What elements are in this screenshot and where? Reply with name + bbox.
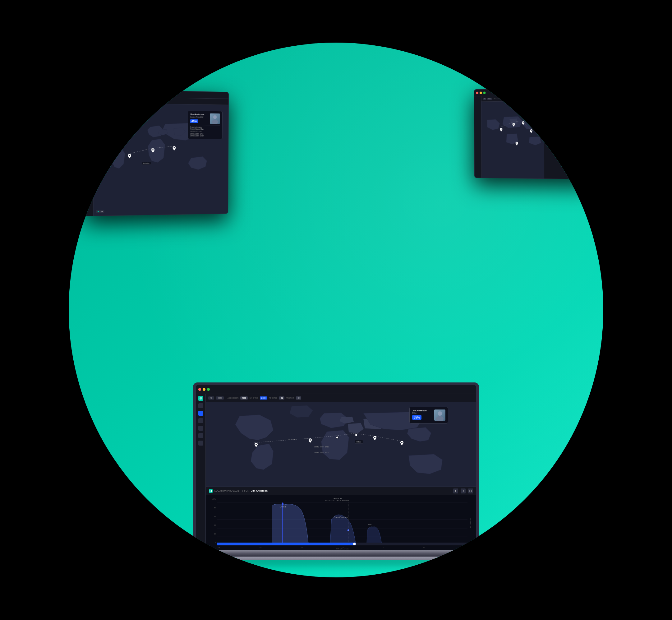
toolbar-filter[interactable]: All xyxy=(208,397,214,400)
checkbox-row-1: Current People Ranking Absolute xyxy=(546,117,591,119)
left-screen-body: All 2023 ACCESSION 4380 UK SITES 2500 AP… xyxy=(85,97,228,216)
svg-point-9 xyxy=(522,122,523,123)
chart-canvas: TIME NOW UTC +1750 - Tue, 28 Mar 2022 xyxy=(217,497,467,549)
map-pin-2 xyxy=(151,148,155,151)
time-label-1: 28 Mar 2022 - 1710 xyxy=(314,446,329,448)
chart-expand[interactable] xyxy=(468,488,473,494)
toolbar-ap-value: 31 xyxy=(279,397,284,400)
svg-rect-42 xyxy=(217,542,354,546)
prob-threshold-label: Probability Threshold Adjustment xyxy=(546,102,591,104)
checkbox-3[interactable] xyxy=(546,122,548,124)
ap-value: 31 xyxy=(151,100,155,102)
threshold-slider-container: 60 xyxy=(546,110,591,112)
sidebar-nav-icon-2[interactable] xyxy=(87,112,92,117)
svg-point-1 xyxy=(212,119,218,124)
laptop-nav-5[interactable] xyxy=(198,433,203,438)
toolbar-uk-label: UK SITES xyxy=(249,397,258,399)
laptop-pin-6 xyxy=(400,441,403,447)
laptop-header xyxy=(196,385,476,394)
right-map-svg xyxy=(482,96,544,178)
checkbox-2[interactable] xyxy=(546,119,548,121)
threshold-slider[interactable] xyxy=(546,111,588,112)
left-screen-main: All 2023 ACCESSION 4380 UK SITES 2500 AP… xyxy=(93,97,228,216)
toolbar-uk-value: 2500 xyxy=(260,397,267,400)
maximize-dot xyxy=(95,92,97,95)
right-pin-3 xyxy=(522,121,524,126)
laptop-base-hinge xyxy=(193,550,479,557)
settings-title: People Probability Settings xyxy=(546,98,591,101)
sidebar-nav-icon-3[interactable] xyxy=(87,120,92,124)
svg-point-8 xyxy=(513,124,514,125)
ranking-source-label: Ranking Data Source xyxy=(546,114,591,116)
svg-point-2 xyxy=(129,155,130,156)
checkbox-1[interactable] xyxy=(546,117,548,119)
laptop-toolbar: All 2023 ACCESSION 4390 UK SITES 2500 AP… xyxy=(206,394,476,402)
laptop-pin-1 xyxy=(255,443,258,448)
svg-point-10 xyxy=(531,130,532,131)
laptop-pin-5 xyxy=(373,436,376,442)
time-adjustment-label: Time Adjustment xyxy=(546,131,591,133)
laptop-nav-2[interactable] xyxy=(198,411,203,416)
svg-point-18 xyxy=(310,440,311,441)
left-profile-photo xyxy=(210,113,220,124)
ap-label: AP SITES xyxy=(143,100,150,101)
checkbox-row-4: Survey Analysis xyxy=(546,124,591,126)
laptop-nav-1[interactable] xyxy=(198,403,203,408)
toolbar-vec-value: 43 xyxy=(296,397,301,400)
svg-point-11 xyxy=(516,143,517,144)
office-label: Office xyxy=(355,440,363,444)
chart-y-label: PROBABILITY xyxy=(467,497,474,549)
vec-label: VECTOR xyxy=(156,100,163,102)
toolbar-date[interactable]: 2023 xyxy=(216,397,224,400)
laptop-sidebar xyxy=(196,394,206,550)
laptop-screen: All 2023 ACCESSION 4390 UK SITES 2500 AP… xyxy=(193,382,479,550)
sidebar-nav-icon-1[interactable] xyxy=(87,106,92,110)
uk-label: UK SITES xyxy=(127,100,134,101)
acc-label: ACCESSION xyxy=(109,99,118,101)
sidebar-nav-icon-5[interactable] xyxy=(87,134,92,138)
prob-threshold-desc: Sets a minimum highest or lowest probabi… xyxy=(546,105,591,109)
page-wrapper: All 2023 ACCESSION 4380 UK SITES 2500 AP… xyxy=(0,0,672,620)
chart-person-name: Jim Anderson xyxy=(251,489,268,492)
svg-point-19 xyxy=(374,437,376,438)
right-settings-panel: People Probability Settings Probability … xyxy=(544,95,593,179)
toolbar-acc-value: 4390 xyxy=(240,397,247,400)
svg-text:Stu: Stu xyxy=(368,523,372,525)
laptop-pin-4 xyxy=(355,433,358,436)
right-pin-4 xyxy=(530,129,533,134)
svg-point-7 xyxy=(501,129,502,130)
chart-next[interactable] xyxy=(461,488,466,494)
left-floating-screen: All 2023 ACCESSION 4380 UK SITES 2500 AP… xyxy=(85,89,229,216)
laptop-nav-4[interactable] xyxy=(198,426,203,431)
right-floating-screen: All 2023 ACCESSION 4380 UK SITES 2500 AP… xyxy=(474,88,593,179)
time-adjustment-section: Time Adjustment Sets the time range thro… xyxy=(546,131,591,138)
laptop-nav-3[interactable] xyxy=(198,418,203,423)
right-screen-body: All 2023 ACCESSION 4380 UK SITES 2500 AP… xyxy=(474,95,593,179)
laptop-nav-6[interactable] xyxy=(198,441,203,446)
svg-point-16 xyxy=(436,416,444,421)
time-adjustment-desc: Sets the time range through which to loo… xyxy=(546,134,591,135)
left-screen-sidebar xyxy=(85,97,93,216)
left-profile-card: Jim Anderson Location Probability 40% Pr… xyxy=(188,111,223,139)
checkbox-5[interactable] xyxy=(546,127,548,129)
map-pin-1 xyxy=(128,154,131,157)
chart-icon xyxy=(209,489,213,493)
svg-text:Airport/Lounge: Airport/Lounge xyxy=(334,516,347,518)
sidebar-nav-icon-6[interactable] xyxy=(87,141,91,145)
live-badge: Live xyxy=(96,210,104,213)
sidebar-nav-icon-4[interactable] xyxy=(87,126,92,131)
laptop-profile-card: Jim Anderson Office 85% xyxy=(409,407,448,423)
acc-value: 4380 xyxy=(120,99,126,101)
right-screen-sidebar xyxy=(474,96,482,178)
chart-prev[interactable] xyxy=(453,488,458,494)
time-slider[interactable] xyxy=(546,136,591,137)
left-property-type: Airport, Bases, Map xyxy=(190,128,220,130)
filter-label: All xyxy=(95,99,99,101)
x-axis-title: TIME (RELATIVE) xyxy=(336,548,348,550)
checkbox-4[interactable] xyxy=(546,125,548,126)
chart-y-axis: 100% 80 60 40 20 0 xyxy=(208,497,217,549)
ranking-source-section: Ranking Data Source Current People Ranki… xyxy=(546,114,591,129)
laptop-logo xyxy=(198,396,203,401)
sidebar-logo-icon xyxy=(87,99,92,103)
laptop-dashboard: All 2023 ACCESSION 4390 UK SITES 2500 AP… xyxy=(196,385,476,550)
